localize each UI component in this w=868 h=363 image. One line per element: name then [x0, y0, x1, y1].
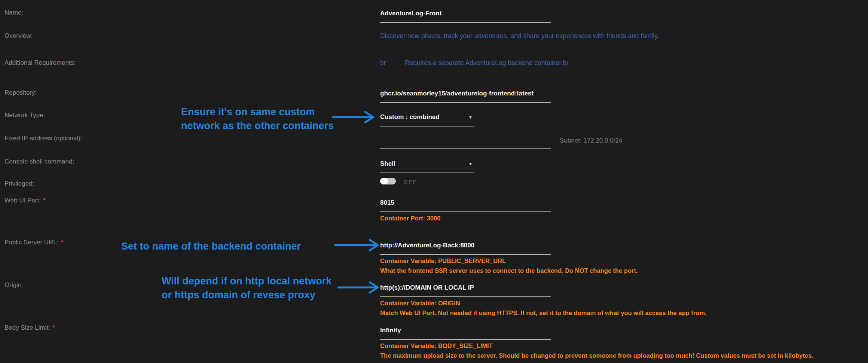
web-ui-port-label: Web UI Port:* [4, 197, 46, 204]
required-marker: * [52, 324, 55, 331]
public-server-url-input[interactable]: http://AdventureLog-Back:8000 [380, 242, 551, 255]
origin-help-desc: Match Web UI Port. Not needed if using H… [380, 308, 706, 318]
subnet-note: Subnet: 172.20.0.0/24 [560, 137, 622, 144]
body-size-limit-help-desc: The maximum upload size to the server. S… [380, 351, 813, 360]
public-server-url-help-var: Container Variable: PUBLIC_SERVER_URL [380, 256, 638, 266]
origin-input[interactable]: http(s)://DOMAIN OR LOCAL IP [380, 284, 551, 297]
origin-help-var: Container Variable: ORIGIN [380, 298, 706, 308]
container-template-form: Name: AdventureLog-Front Overview: Disco… [0, 0, 868, 363]
privileged-label: Privileged: [4, 180, 34, 187]
annotation-arrow-icon [334, 237, 383, 253]
console-shell-select[interactable]: Shell ▼ [380, 160, 474, 173]
toggle-knob [380, 178, 389, 184]
annotation-origin: Will depend if on http local network or … [162, 274, 331, 302]
repository-label: Repository: [4, 89, 37, 97]
body-size-limit-help-var: Container Variable: BODY_SIZE_LIMIT [380, 341, 813, 351]
web-ui-port-label-text: Web UI Port: [4, 197, 41, 204]
console-shell-selected-value: Shell [380, 160, 395, 168]
overview-label: Overview: [4, 32, 33, 40]
public-server-url-label-text: Public Server URL: [4, 239, 59, 246]
fixed-ip-input[interactable] [380, 135, 551, 149]
required-marker: * [61, 239, 64, 246]
fixed-ip-label: Fixed IP address (optional): [4, 135, 82, 142]
network-type-selected-value: Custom : combined [380, 113, 440, 121]
chevron-down-icon: ▼ [468, 160, 474, 168]
annotation-origin-line1: Will depend if on http local network [162, 274, 331, 288]
console-shell-label: Console shell command: [4, 158, 74, 165]
body-size-limit-input[interactable]: Infinity [380, 327, 551, 340]
web-ui-port-help: Container Port: 3000 [380, 213, 440, 223]
annotation-network-line1: Ensure it's on same custom [181, 105, 334, 119]
annotation-public-server-url: Set to name of the backend container [121, 240, 301, 253]
additional-requirements-prefix: br [380, 59, 386, 67]
repository-input[interactable]: ghcr.io/seanmorley15/adventurelog-fronte… [380, 90, 551, 103]
network-type-select[interactable]: Custom : combined ▼ [380, 113, 474, 126]
public-server-url-help: Container Variable: PUBLIC_SERVER_URL Wh… [380, 256, 638, 275]
additional-requirements-label: Additional Requirements: [4, 59, 76, 67]
annotation-arrow-icon [334, 279, 383, 296]
overview-text: Discover new places, track your adventur… [380, 32, 659, 40]
body-size-limit-label-text: Body Size Limit: [4, 324, 50, 331]
body-size-limit-help: Container Variable: BODY_SIZE_LIMIT The … [380, 341, 813, 360]
chevron-down-icon: ▼ [468, 113, 474, 121]
network-type-label: Network Type: [4, 112, 45, 119]
annotation-arrow-icon [331, 109, 379, 125]
required-marker: * [43, 197, 46, 204]
origin-label: Origin: [4, 281, 23, 289]
privileged-toggle[interactable] [380, 178, 396, 184]
public-server-url-help-desc: What the frontend SSR server uses to con… [380, 266, 638, 275]
origin-help: Container Variable: ORIGIN Match Web UI … [380, 298, 706, 318]
name-input[interactable]: AdventureLog-Front [380, 10, 551, 23]
privileged-toggle-state: OFF [403, 179, 417, 185]
annotation-network: Ensure it's on same custom network as th… [181, 105, 334, 133]
annotation-public-server-url-line1: Set to name of the backend container [121, 240, 301, 253]
body-size-limit-label: Body Size Limit:* [4, 324, 55, 332]
annotation-network-line2: network as the other containers [181, 119, 334, 133]
additional-requirements-text: Requires a separate AdventureLog backend… [405, 59, 569, 67]
annotation-origin-line2: or https domain of revese proxy [162, 288, 331, 302]
public-server-url-label: Public Server URL:* [4, 239, 63, 246]
name-label: Name: [4, 9, 23, 16]
web-ui-port-input[interactable]: 8015 [380, 199, 551, 212]
